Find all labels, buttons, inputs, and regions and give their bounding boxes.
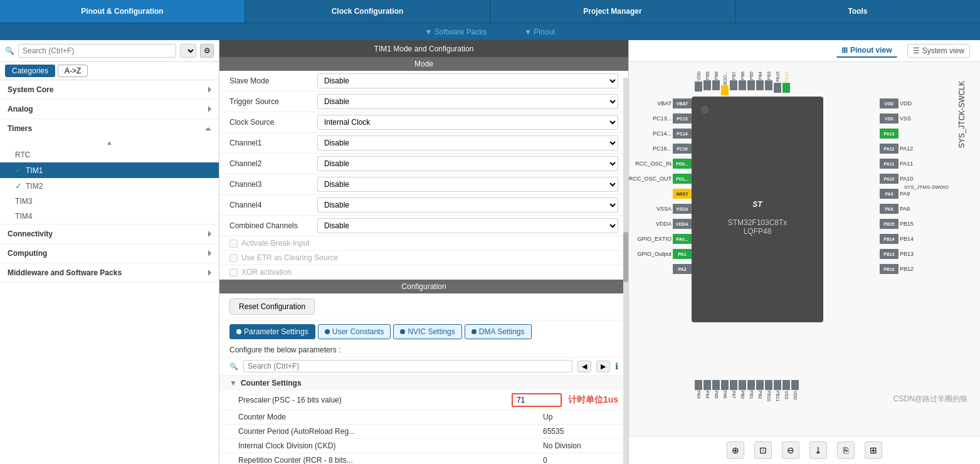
clock-source-select[interactable]: Internal Clock [317, 115, 618, 130]
sidebar-item-tim4[interactable]: TIM4 [0, 209, 219, 224]
search-input[interactable] [18, 44, 176, 58]
main-layout: 🔍 ⚙ Categories A->Z System Core [0, 40, 980, 464]
top-navigation: Pinout & Configuration Clock Configurati… [0, 0, 980, 23]
dot-icon [472, 329, 477, 334]
sidebar-body: System Core Analog Timers ▲ [0, 80, 219, 464]
sidebar-item-rtc[interactable]: RTC [0, 147, 219, 162]
bottom-toolbar: ⊕ ⊡ ⊖ ⤓ ⎘ ⊞ [629, 436, 980, 464]
sidebar: 🔍 ⚙ Categories A->Z System Core [0, 40, 219, 464]
xor-checkbox[interactable] [229, 268, 238, 277]
params-label: Configure the below parameters : [219, 343, 628, 357]
tab-user-constants[interactable]: User Constants [318, 324, 391, 339]
nav-pinout-configuration[interactable]: Pinout & Configuration [0, 0, 245, 23]
nav-tools[interactable]: Tools [735, 0, 980, 23]
view-selector: ⊞ Pinout view ☰ System view [629, 40, 980, 62]
pinout-visualization: SYS_JTCK-SWCLK SYS_JTMS-SWDIO VDD PB9 [629, 62, 980, 436]
category-middleware-header[interactable]: Middleware and Software Packs [0, 263, 219, 282]
tab-atoz[interactable]: A->Z [58, 65, 88, 77]
info-icon: ℹ [615, 361, 618, 371]
sidebar-item-tim3[interactable]: TIM3 [0, 194, 219, 209]
category-computing-header[interactable]: Computing [0, 244, 219, 263]
param-row-counter-period: Counter Period (AutoReload Reg... 65535 [219, 424, 628, 439]
reset-configuration-button[interactable]: Reset Configuration [229, 298, 315, 315]
nav-clock-configuration[interactable]: Clock Configuration [245, 0, 490, 23]
channel4-select[interactable]: Disable [317, 198, 618, 213]
chip-package: LQFP48 [744, 227, 772, 236]
export-button[interactable]: ⤓ [809, 441, 827, 459]
dot-icon [400, 329, 405, 334]
mode-row-channel3: Channel3 Disable [219, 174, 628, 195]
channel1-select[interactable]: Disable [317, 135, 618, 150]
category-computing: Computing [0, 244, 219, 263]
right-panel: ⊞ Pinout view ☰ System view SYS_JTCK-SWC… [629, 40, 980, 464]
sidebar-tabs: Categories A->Z [0, 62, 219, 80]
check-icon-tim1: ✓ [15, 166, 22, 175]
sidebar-item-tim1[interactable]: ✓ TIM1 [0, 162, 219, 178]
config-tabs: Parameter Settings User Constants NVIC S… [219, 320, 628, 343]
chevron-up-icon [205, 127, 211, 130]
params-prev-button[interactable]: ◀ [577, 361, 591, 372]
check-icon-tim2: ✓ [15, 181, 22, 191]
chevron-right-icon [208, 270, 211, 276]
category-system-core: System Core [0, 80, 219, 100]
search-icon: 🔍 [229, 362, 238, 371]
top-pins-row: VDD PB9 PB8 BOO... [695, 71, 790, 95]
chip-name: STM32F103C8Tx [728, 218, 788, 227]
category-connectivity-header[interactable]: Connectivity [0, 224, 219, 243]
activate-break-checkbox[interactable] [229, 240, 238, 248]
search-icon: 🔍 [5, 46, 14, 55]
mode-row-channel2: Channel2 Disable [219, 154, 628, 174]
sidebar-search-bar: 🔍 ⚙ [0, 40, 219, 62]
system-view-button[interactable]: ☰ System view [907, 44, 970, 58]
tab-categories[interactable]: Categories [5, 65, 55, 77]
param-group-counter-settings[interactable]: ▼ Counter Settings [219, 376, 628, 391]
reset-config-section: Reset Configuration [219, 293, 628, 320]
category-connectivity: Connectivity [0, 224, 219, 244]
checkbox-use-etr: Use ETR as Clearing Source [219, 251, 628, 265]
copy-button[interactable]: ⎘ [837, 441, 855, 459]
prescaler-input[interactable] [512, 393, 562, 407]
category-middleware: Middleware and Software Packs [0, 263, 219, 283]
use-etr-checkbox[interactable] [229, 254, 238, 262]
chevron-right-icon [208, 250, 211, 256]
mode-row-slave-mode: Slave Mode Disable [219, 71, 628, 92]
fit-button[interactable]: ⊡ [754, 441, 772, 459]
chip-logo: ST [752, 184, 762, 213]
tab-nvic-settings[interactable]: NVIC Settings [393, 324, 461, 339]
params-search-input[interactable] [243, 360, 572, 372]
panel-title: TIM1 Mode and Configuration [219, 40, 628, 57]
nav-project-manager[interactable]: Project Manager [490, 0, 735, 23]
category-system-core-header[interactable]: System Core [0, 80, 219, 99]
trigger-source-select[interactable]: Disable [317, 94, 618, 109]
chevron-right-icon [208, 231, 211, 237]
bottom-pins-row: PA3 PA4 PA5 PA6 [695, 380, 799, 401]
subnav-pinout[interactable]: ▼ Pinout [524, 28, 555, 36]
category-timers: Timers ▲ RTC ✓ TIM1 ✓ [0, 119, 219, 224]
param-row-repetition-counter: Repetition Counter (RCR - 8 bits... 0 [219, 453, 628, 464]
params-next-button[interactable]: ▶ [596, 361, 610, 372]
search-filter-select[interactable] [180, 44, 196, 58]
left-pins: VBAT VBAT PC13... PC13 PC14... PC14 PC16… [629, 97, 692, 276]
sub-navigation: ▼ Software Packs ▼ Pinout [0, 23, 980, 40]
pinout-view-button[interactable]: ⊞ Pinout view [836, 44, 897, 58]
checkbox-activate-break: Activate-Break-Input [219, 236, 628, 251]
split-button[interactable]: ⊞ [865, 441, 882, 459]
right-pins: VDD VDD VSS VSS PA13 PA12 PA12 [880, 97, 949, 276]
annotation-text: 计时单位1us [568, 394, 618, 406]
zoom-out-button[interactable]: ⊖ [782, 441, 799, 459]
settings-gear-button[interactable]: ⚙ [200, 44, 214, 58]
channel2-select[interactable]: Disable [317, 156, 618, 171]
category-analog-header[interactable]: Analog [0, 100, 219, 119]
combined-channels-select[interactable]: Disable [317, 218, 618, 233]
tab-parameter-settings[interactable]: Parameter Settings [229, 324, 315, 339]
mode-row-clock-source: Clock Source Internal Clock [219, 112, 628, 133]
zoom-in-button[interactable]: ⊕ [727, 441, 744, 459]
slave-mode-select[interactable]: Disable [317, 73, 618, 88]
params-body: ▼ Counter Settings Prescaler (PSC - 16 b… [219, 376, 628, 464]
category-timers-header[interactable]: Timers [0, 119, 219, 138]
channel3-select[interactable]: Disable [317, 177, 618, 192]
tab-dma-settings[interactable]: DMA Settings [465, 324, 532, 339]
subnav-software-packs[interactable]: ▼ Software Packs [425, 28, 487, 36]
param-row-prescaler: Prescaler (PSC - 16 bits value) 计时单位1us [219, 391, 628, 410]
sidebar-item-tim2[interactable]: ✓ TIM2 [0, 178, 219, 194]
